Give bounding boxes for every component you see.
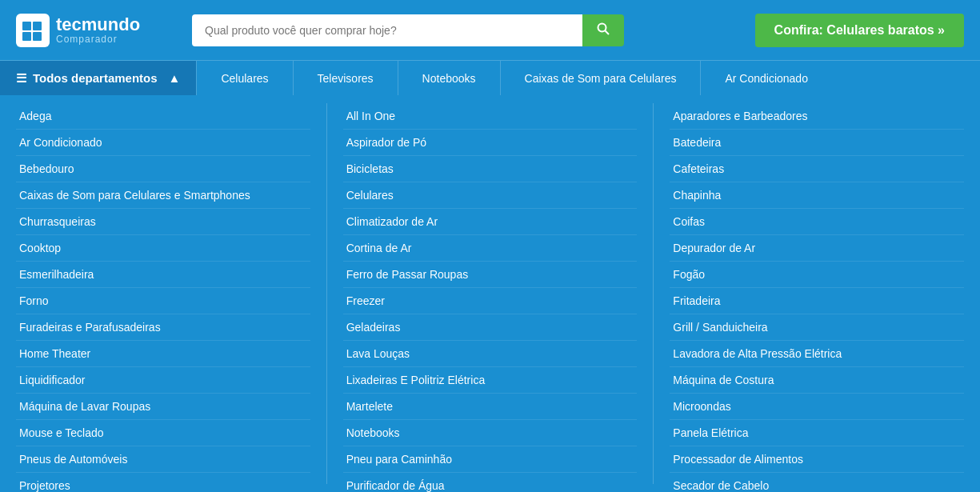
list-item[interactable]: Cortina de Ar — [343, 235, 638, 262]
list-item[interactable]: Máquina de Costura — [670, 367, 964, 394]
navbar: ☰ Todos departamentos ▲ Celulares Televi… — [0, 60, 980, 95]
list-item[interactable]: Panela Elétrica — [670, 420, 964, 446]
nav-item-ar-condicionado[interactable]: Ar Condicionado — [700, 61, 832, 95]
list-item[interactable]: Depurador de Ar — [670, 235, 964, 262]
list-item[interactable]: Liquidificador — [16, 367, 310, 394]
list-item[interactable]: Lixadeiras E Politriz Elétrica — [343, 367, 638, 394]
logo-icon — [16, 14, 50, 47]
dropdown-col-3: Aparadores e BarbeadoresBatedeiraCafetei… — [654, 103, 980, 484]
list-item[interactable]: Fogão — [670, 262, 964, 288]
list-item[interactable]: Furadeiras e Parafusadeiras — [16, 314, 310, 341]
list-item[interactable]: Pneu para Caminhão — [343, 446, 638, 473]
dropdown-col-2: All In OneAspirador de PóBicicletasCelul… — [327, 103, 654, 484]
list-item[interactable]: All In One — [343, 103, 638, 130]
list-item[interactable]: Home Theater — [16, 341, 310, 367]
list-item[interactable]: Celulares — [343, 182, 638, 209]
list-item[interactable]: Chapinha — [670, 182, 964, 209]
list-item[interactable]: Aspirador de Pó — [343, 130, 638, 156]
menu-icon: ☰ — [16, 71, 26, 86]
svg-rect-3 — [33, 32, 42, 41]
chevron-up-icon: ▲ — [169, 71, 181, 85]
search-bar — [192, 14, 624, 46]
list-item[interactable]: Freezer — [343, 288, 638, 314]
list-item[interactable]: Secador de Cabelo — [670, 473, 964, 492]
list-item[interactable]: Climatizador de Ar — [343, 209, 638, 235]
logo-sub: Comparador — [56, 34, 140, 45]
list-item[interactable]: Bebedouro — [16, 156, 310, 182]
nav-item-notebooks[interactable]: Notebooks — [398, 61, 500, 95]
logo-text: tecmundo Comparador — [56, 16, 140, 45]
list-item[interactable]: Caixas de Som para Celulares e Smartphon… — [16, 182, 310, 209]
list-item[interactable]: Notebooks — [343, 420, 638, 446]
list-item[interactable]: Fritadeira — [670, 288, 964, 314]
list-item[interactable]: Ferro de Passar Roupas — [343, 262, 638, 288]
list-item[interactable]: Purificador de Água — [343, 473, 638, 492]
list-item[interactable]: Mouse e Teclado — [16, 420, 310, 446]
list-item[interactable]: Bicicletas — [343, 156, 638, 182]
list-item[interactable]: Batedeira — [670, 130, 964, 156]
search-input[interactable] — [192, 14, 582, 46]
list-item[interactable]: Processador de Alimentos — [670, 446, 964, 473]
list-item[interactable]: Churrasqueiras — [16, 209, 310, 235]
list-item[interactable]: Cafeteiras — [670, 156, 964, 182]
all-departments-button[interactable]: ☰ Todos departamentos ▲ — [0, 61, 196, 95]
logo-area: tecmundo Comparador — [16, 14, 176, 47]
list-item[interactable]: Grill / Sanduicheira — [670, 314, 964, 341]
list-item[interactable]: Lava Louças — [343, 341, 638, 367]
svg-point-4 — [598, 23, 606, 31]
list-item[interactable]: Coifas — [670, 209, 964, 235]
list-item[interactable]: Ar Condicionado — [16, 130, 310, 156]
list-item[interactable]: Cooktop — [16, 235, 310, 262]
nav-item-caixas-de-som[interactable]: Caixas de Som para Celulares — [500, 61, 701, 95]
list-item[interactable]: Máquina de Lavar Roupas — [16, 394, 310, 420]
list-item[interactable]: Projetores — [16, 473, 310, 492]
nav-items: Celulares Televisores Notebooks Caixas d… — [196, 61, 832, 95]
nav-item-celulares[interactable]: Celulares — [196, 61, 292, 95]
dropdown-col-1: AdegaAr CondicionadoBebedouroCaixas de S… — [0, 103, 327, 484]
svg-rect-2 — [22, 32, 31, 41]
dropdown-menu: AdegaAr CondicionadoBebedouroCaixas de S… — [0, 95, 980, 492]
list-item[interactable]: Esmerilhadeira — [16, 262, 310, 288]
list-item[interactable]: Pneus de Automóveis — [16, 446, 310, 473]
promo-button[interactable]: Confira: Celulares baratos » — [755, 14, 964, 47]
header: tecmundo Comparador Confira: Celulares b… — [0, 0, 980, 60]
list-item[interactable]: Lavadora de Alta Pressão Elétrica — [670, 341, 964, 367]
all-departments-label: Todos departamentos — [33, 71, 158, 85]
svg-rect-1 — [33, 22, 42, 30]
list-item[interactable]: Geladeiras — [343, 314, 638, 341]
search-button[interactable] — [582, 14, 624, 46]
nav-item-televisores[interactable]: Televisores — [293, 61, 398, 95]
list-item[interactable]: Microondas — [670, 394, 964, 420]
svg-line-5 — [606, 30, 610, 34]
list-item[interactable]: Adega — [16, 103, 310, 130]
list-item[interactable]: Aparadores e Barbeadores — [670, 103, 964, 130]
logo-brand: tecmundo — [56, 16, 140, 34]
list-item[interactable]: Forno — [16, 288, 310, 314]
svg-rect-0 — [22, 22, 31, 30]
list-item[interactable]: Martelete — [343, 394, 638, 420]
